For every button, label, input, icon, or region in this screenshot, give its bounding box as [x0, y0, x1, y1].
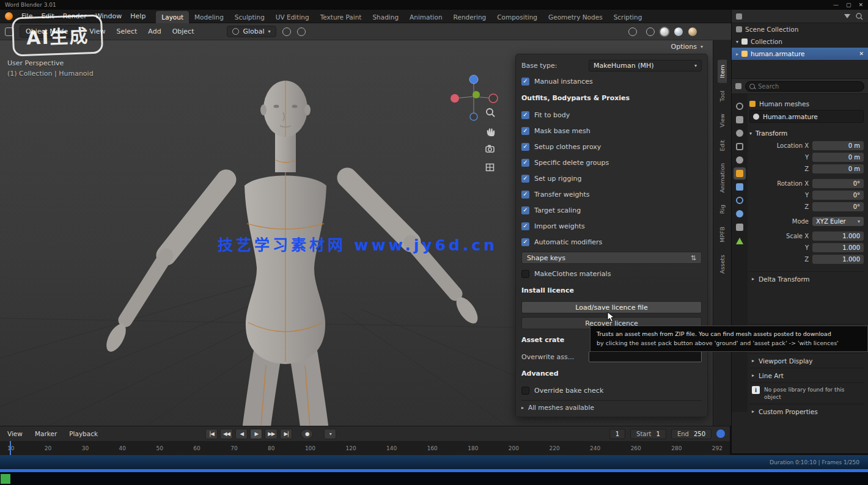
- tab-modeling[interactable]: Modeling: [189, 11, 229, 23]
- blender-logo-icon[interactable]: [5, 12, 13, 20]
- jump-to-start-button[interactable]: |◀: [205, 429, 218, 439]
- tab-uv-editing[interactable]: UV Editing: [270, 11, 315, 23]
- sidebar-tab-tool[interactable]: Tool: [718, 86, 727, 106]
- playhead[interactable]: [10, 441, 11, 455]
- sidebar-tab-animation[interactable]: Animation: [718, 158, 727, 197]
- tab-shading[interactable]: Shading: [367, 11, 404, 23]
- scene-properties-tab[interactable]: [734, 140, 746, 153]
- outliner-row-collection[interactable]: ▾ Collection: [732, 35, 868, 48]
- filter-funnel-icon[interactable]: [844, 14, 850, 18]
- makeclothes-materials-checkbox[interactable]: [521, 270, 529, 278]
- object-data-properties-tab[interactable]: [734, 235, 746, 247]
- fit-to-body-checkbox[interactable]: ✓: [521, 111, 529, 119]
- location-z-field[interactable]: 0 m: [812, 164, 864, 173]
- rotation-mode-dropdown[interactable]: XYZ Euler ▾: [812, 217, 864, 226]
- frame-start-field[interactable]: Start 1: [630, 429, 666, 439]
- outliner-display-mode-icon[interactable]: [736, 13, 742, 20]
- setup-rigging-checkbox[interactable]: ✓: [521, 175, 529, 183]
- chevron-down-icon[interactable]: ▾: [736, 39, 738, 45]
- scale-x-field[interactable]: 1.000: [812, 232, 864, 241]
- zoom-icon[interactable]: [484, 106, 496, 119]
- scale-z-field[interactable]: 1.000: [812, 255, 864, 264]
- chevron-right-icon[interactable]: ▸: [736, 51, 738, 57]
- manual-instances-checkbox[interactable]: ✓: [521, 78, 529, 86]
- line-art-section[interactable]: ▸ Line Art: [749, 368, 864, 382]
- current-frame-field[interactable]: 1: [609, 429, 625, 439]
- minimize-button[interactable]: —: [833, 2, 839, 8]
- tab-geometry-nodes[interactable]: Geometry Nodes: [543, 11, 608, 23]
- tab-animation[interactable]: Animation: [404, 11, 448, 23]
- object-properties-tab[interactable]: [734, 167, 746, 180]
- overwrite-input[interactable]: [589, 351, 702, 362]
- shading-solid-button[interactable]: [659, 26, 670, 37]
- view-layer-properties-tab[interactable]: [734, 127, 746, 139]
- menu-add[interactable]: Add: [145, 27, 163, 35]
- previous-keyframe-button[interactable]: ◀◀: [220, 429, 233, 439]
- tab-layout[interactable]: Layout: [156, 11, 189, 23]
- tab-sculpting[interactable]: Sculpting: [229, 11, 270, 23]
- base-type-dropdown[interactable]: MakeHuman (MH) ▾: [589, 60, 702, 71]
- menu-select[interactable]: Select: [114, 27, 139, 35]
- target-scaling-checkbox[interactable]: ✓: [521, 206, 529, 214]
- tab-scripting[interactable]: Scripting: [608, 11, 648, 23]
- sidebar-tab-edit[interactable]: Edit: [718, 135, 727, 156]
- outfits-section-header[interactable]: Outfits, Bodyparts & Proxies: [521, 89, 702, 107]
- panel-footer-section[interactable]: ▸ All meshes available: [521, 400, 702, 414]
- advanced-section-header[interactable]: Advanced: [521, 365, 702, 382]
- transform-orientation-dropdown[interactable]: Global ▾: [227, 26, 276, 37]
- orthographic-toggle-icon[interactable]: [484, 161, 496, 173]
- clock-icon[interactable]: [716, 429, 725, 438]
- import-weights-checkbox[interactable]: ✓: [521, 222, 529, 230]
- licence-section-header[interactable]: Install licence: [521, 282, 702, 299]
- tab-texture-paint[interactable]: Texture Paint: [315, 11, 367, 23]
- sidebar-tab-view[interactable]: View: [718, 109, 727, 133]
- camera-view-icon[interactable]: [484, 143, 496, 155]
- play-button[interactable]: ▶: [250, 429, 262, 439]
- deselect-icon[interactable]: ✕: [859, 51, 864, 57]
- constraint-properties-tab[interactable]: [734, 221, 746, 233]
- timeline-menu-playback[interactable]: Playback: [67, 430, 100, 437]
- jump-to-end-button[interactable]: ▶|: [280, 429, 292, 439]
- sidebar-tab-assets[interactable]: Assets: [718, 250, 727, 279]
- menu-object[interactable]: Object: [170, 27, 197, 35]
- location-y-field[interactable]: 0 m: [812, 153, 864, 162]
- search-input[interactable]: [745, 81, 864, 92]
- delta-transform-section[interactable]: ▸ Delta Transform: [749, 271, 864, 286]
- transfer-weights-checkbox[interactable]: ✓: [521, 191, 529, 199]
- physics-properties-tab[interactable]: [734, 208, 746, 220]
- world-properties-tab[interactable]: [734, 154, 746, 166]
- shading-material-button[interactable]: [673, 26, 684, 37]
- outliner-search-icon[interactable]: [855, 12, 864, 21]
- sidebar-tab-item[interactable]: Item: [718, 60, 727, 83]
- tab-compositing[interactable]: Compositing: [491, 11, 543, 23]
- transform-section-header[interactable]: ▾ Transform: [749, 126, 864, 140]
- snap-magnet-icon[interactable]: [282, 27, 291, 36]
- modifier-properties-tab[interactable]: [734, 181, 746, 193]
- overlays-icon[interactable]: [628, 27, 637, 36]
- setup-clothes-proxy-checkbox[interactable]: ✓: [521, 143, 529, 151]
- object-name-field[interactable]: Human.armature: [749, 110, 864, 123]
- tab-rendering[interactable]: Rendering: [448, 11, 492, 23]
- timeline-menu-view[interactable]: View: [5, 430, 25, 437]
- outliner-row-armature[interactable]: ▸ human.armature ✕: [732, 48, 868, 60]
- frame-end-field[interactable]: End 250: [671, 429, 712, 439]
- location-x-field[interactable]: 0 m: [812, 141, 864, 150]
- specific-delete-groups-checkbox[interactable]: ✓: [521, 159, 529, 167]
- override-bake-check-checkbox[interactable]: [521, 387, 529, 395]
- sidebar-tab-mpfb[interactable]: MPFB: [718, 222, 727, 247]
- rotation-z-field[interactable]: 0°: [812, 202, 864, 211]
- viewport-display-section[interactable]: ▸ Viewport Display: [749, 353, 864, 368]
- menu-help[interactable]: Help: [126, 12, 150, 20]
- render-properties-tab[interactable]: [734, 100, 746, 112]
- timeline-menu-marker[interactable]: Marker: [32, 430, 59, 437]
- scale-y-field[interactable]: 1.000: [812, 243, 864, 252]
- auto-keying-button[interactable]: ●: [301, 429, 313, 439]
- mask-base-mesh-checkbox[interactable]: ✓: [521, 127, 529, 135]
- maximize-button[interactable]: ▢: [846, 2, 851, 8]
- particles-properties-tab[interactable]: [734, 194, 746, 206]
- play-reverse-button[interactable]: ◀: [235, 429, 248, 439]
- next-keyframe-button[interactable]: ▶▶: [265, 429, 278, 439]
- output-properties-tab[interactable]: [734, 114, 746, 126]
- sync-dropdown[interactable]: ▾: [324, 429, 336, 439]
- outliner-row-scene-collection[interactable]: Scene Collection: [732, 23, 868, 35]
